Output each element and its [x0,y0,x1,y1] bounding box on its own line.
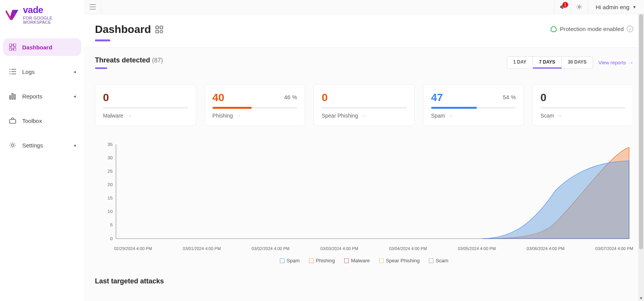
title-accent [95,39,110,41]
svg-rect-2 [9,48,12,51]
sidebar-item-reports[interactable]: Reports ◄ [3,87,81,105]
sidebar-item-label: Toolbox [22,118,42,124]
scrollbar-down-arrow[interactable]: ▼ [638,295,644,301]
card-value: 0 [540,92,625,104]
card-label: Spam [431,113,445,119]
logo-brand: vade [23,5,79,15]
svg-rect-21 [156,30,159,33]
x-tick: 03/01/2024 4:00 PM [183,246,221,251]
arrow-right-icon: → [126,113,132,119]
chart-x-axis: 02/29/2024 4:00 PM 03/01/2024 4:00 PM 03… [95,244,633,251]
list-icon [8,67,17,76]
svg-rect-19 [156,26,159,29]
card-label: Scam [540,113,554,119]
user-menu[interactable]: Hi admin eng ▼ [588,0,644,14]
info-icon[interactable]: i [627,26,633,32]
last-targeted-title: Last targeted attacks [84,272,644,285]
toolbox-icon [8,116,17,125]
chevron-down-icon: ▼ [633,5,636,9]
svg-rect-20 [160,26,163,29]
view-reports-label: View reports [598,60,626,65]
svg-rect-13 [10,119,16,123]
legend-phishing[interactable]: Phishing [309,258,335,263]
y-tick: 0 [110,236,113,240]
y-tick: 10 [108,209,113,213]
svg-point-6 [10,72,10,72]
arrow-right-icon: → [448,113,453,119]
scrollbar-thumb[interactable] [639,14,643,249]
y-tick: 25 [108,169,113,173]
x-tick: 03/04/2024 4:00 PM [389,246,427,251]
shield-icon [551,26,557,32]
sidebar-item-logs[interactable]: Logs ◄ [3,63,81,80]
topbar: 1 Hi admin eng ▼ [84,0,644,14]
sidebar-item-settings[interactable]: Settings ◄ [3,136,81,154]
legend-scam[interactable]: Scam [429,258,448,263]
card-scam[interactable]: 0 Scam→ [532,84,633,126]
logo-mark-icon [5,9,19,21]
x-tick: 03/05/2024 4:00 PM [458,246,496,251]
range-1day[interactable]: 1 DAY [507,57,533,69]
svg-rect-1 [13,44,16,46]
sidebar-item-label: Dashboard [22,44,52,51]
x-tick: 02/29/2024 4:00 PM [114,246,152,251]
sidebar-item-dashboard[interactable]: Dashboard [3,38,81,56]
x-tick: 03/02/2024 4:00 PM [252,246,289,251]
range-7days[interactable]: 7 DAYS [533,57,562,69]
main-content: Dashboard Protection mode enabled i Thre… [84,14,644,301]
logo[interactable]: vade FOR GOOGLE WORKSPACE [0,3,84,31]
hamburger-icon [90,4,96,10]
menu-toggle-button[interactable] [84,0,101,14]
svg-point-4 [10,69,10,70]
y-tick: 30 [108,155,113,160]
y-tick: 15 [108,196,113,200]
threats-chart: 35 30 25 20 15 10 5 0 [95,141,633,244]
range-30days[interactable]: 30 DAYS [562,57,593,69]
threats-count: (87) [152,57,163,64]
y-tick: 5 [110,222,113,227]
view-reports-link[interactable]: View reports → [598,60,633,65]
arrow-right-icon: → [236,113,241,119]
card-spam[interactable]: 47 54 % Spam→ [423,84,524,126]
chart-legend: Spam Phishing Malware Spear Phishing Sca… [95,258,633,263]
card-malware[interactable]: 0 Malware→ [95,84,196,126]
user-greeting: Hi admin eng [596,4,629,10]
card-value: 0 [103,92,188,104]
card-spear-phishing[interactable]: 0 Spear Phishing→ [314,84,415,126]
legend-spear-phishing[interactable]: Spear Phishing [379,258,420,263]
dashboard-icon [155,26,163,33]
settings-button[interactable] [571,0,588,14]
date-range-selector: 1 DAY 7 DAYS 30 DAYS [507,56,593,69]
gear-icon [8,141,17,149]
card-value: 0 [322,92,407,104]
svg-point-18 [579,6,580,8]
notifications-button[interactable]: 1 [554,0,571,14]
vertical-scrollbar[interactable]: ▼ [638,14,644,301]
chevron-left-icon: ◄ [73,143,77,147]
page-title: Dashboard [95,23,151,36]
sidebar-item-toolbox[interactable]: Toolbox [3,112,81,129]
arrow-right-icon: → [557,113,562,119]
legend-malware[interactable]: Malware [344,258,370,263]
card-label: Spear Phishing [322,113,358,119]
card-bar [103,107,188,109]
x-tick: 03/06/2024 4:00 PM [526,246,564,251]
logo-subtitle: FOR GOOGLE WORKSPACE [23,16,79,25]
chevron-left-icon: ◄ [73,70,77,74]
svg-rect-3 [13,48,16,51]
svg-rect-11 [12,93,13,99]
card-phishing[interactable]: 40 46 % Phishing→ [204,84,306,126]
svg-rect-12 [14,95,15,99]
y-tick: 35 [108,142,113,146]
dashboard-icon [8,43,17,51]
gear-icon [576,4,582,10]
card-label: Malware [103,113,123,119]
card-percent: 46 % [284,94,297,100]
card-bar [431,107,516,109]
protection-status-label: Protection mode enabled [560,26,624,32]
sidebar: vade FOR GOOGLE WORKSPACE Dashboard Logs… [0,0,84,301]
legend-spam[interactable]: Spam [280,258,300,263]
svg-point-22 [160,30,163,33]
bar-chart-icon [8,92,17,100]
svg-rect-10 [10,96,11,99]
